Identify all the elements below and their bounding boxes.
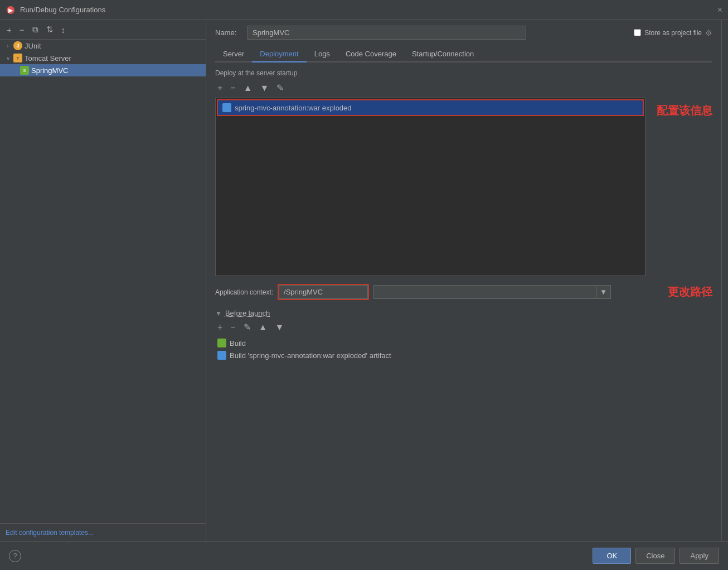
deploy-list-item[interactable]: spring-mvc-annotation:war exploded [217,99,644,116]
close-dialog-button[interactable]: Close [635,548,675,564]
copy-config-button[interactable]: ⧉ [30,23,41,36]
tab-logs[interactable]: Logs [307,46,338,62]
deploy-up-button[interactable]: ▲ [241,81,255,94]
store-project-area: Store as project file ⚙ [634,28,712,37]
bottom-buttons: OK Close Apply [593,548,719,564]
tree-item-tomcat[interactable]: ∨ T Tomcat Server [0,52,206,64]
deploy-annotation: 配置该信息 [657,103,712,118]
junit-arrow: › [4,43,11,49]
move-config-button[interactable]: ⇅ [44,23,56,36]
tab-code-coverage[interactable]: Code Coverage [338,46,404,62]
deploy-remove-button[interactable]: − [228,81,237,94]
tab-startup-connection[interactable]: Startup/Connection [404,46,482,62]
dialog-title: Run/Debug Configurations [20,6,105,14]
deploy-section-label: Deploy at the server startup [215,69,712,77]
before-launch-up-button[interactable]: ▲ [256,321,270,334]
tabs-row: Server Deployment Logs Code Coverage Sta… [215,46,712,62]
edit-templates-link[interactable]: Edit configuration templates... [6,529,94,537]
deploy-list: spring-mvc-annotation:war exploded [215,98,646,276]
before-launch-add-button[interactable]: + [215,321,225,334]
artifact-icon [217,351,226,360]
name-label: Name: [215,28,243,37]
left-footer: Edit configuration templates... [0,523,206,541]
deploy-list-wrapper: spring-mvc-annotation:war exploded 配置该信息 [215,98,712,276]
app-context-label: Application context: [215,288,273,296]
before-launch-remove-button[interactable]: − [228,321,237,334]
build-item-2: Build 'spring-mvc-annotation:war explode… [215,349,712,361]
left-panel: + − ⧉ ⇅ ↕ › J JUnit ∨ T Tomcat Server S … [0,20,206,541]
title-bar: ▶ Run/Debug Configurations × [0,0,728,20]
before-launch-down-button[interactable]: ▼ [273,321,287,334]
bottom-bar: ? OK Close Apply [0,541,728,570]
tomcat-arrow: ∨ [4,55,11,61]
spring-icon: S [20,66,29,75]
before-launch-header[interactable]: ▼ Before launch [215,309,712,317]
app-context-row: Application context: ▼ 更改路径 [215,284,712,300]
deploy-down-button[interactable]: ▼ [258,81,271,94]
add-config-button[interactable]: + [4,24,14,36]
springmvc-label: SpringMVC [31,66,68,75]
tab-server[interactable]: Server [215,46,252,62]
deploy-add-button[interactable]: + [215,81,225,94]
build-icon [217,339,226,347]
svg-text:▶: ▶ [8,7,13,13]
junit-icon: J [13,41,22,50]
build-item-1: Build [215,337,712,349]
main-container: + − ⧉ ⇅ ↕ › J JUnit ∨ T Tomcat Server S … [0,20,728,541]
before-launch-edit-button[interactable]: ✎ [241,321,253,334]
deploy-item-icon [222,103,231,112]
app-context-input-wrapper [278,284,369,300]
app-context-input[interactable] [279,285,368,299]
tree-item-springmvc[interactable]: S SpringMVC [0,64,206,76]
context-dropdown-arrow[interactable]: ▼ [596,285,611,299]
before-launch-toolbar: + − ✎ ▲ ▼ [215,321,712,334]
junit-label: JUnit [25,42,41,50]
tomcat-label: Tomcat Server [25,54,71,62]
build-label: Build [230,339,246,347]
before-launch-arrow: ▼ [215,310,222,317]
artifact-label: Build 'spring-mvc-annotation:war explode… [230,351,391,360]
gear-icon[interactable]: ⚙ [705,28,712,37]
close-icon[interactable]: × [717,5,722,15]
right-scrollbar[interactable] [721,20,728,541]
help-button[interactable]: ? [9,550,21,562]
path-annotation: 更改路径 [668,284,712,300]
tomcat-icon: T [13,54,22,62]
before-launch-label: Before launch [225,309,270,317]
right-panel: Name: Store as project file ⚙ Server Dep… [206,20,721,541]
name-input[interactable] [247,26,526,40]
app-icon: ▶ [6,5,16,15]
store-project-checkbox[interactable] [634,29,641,36]
name-row: Name: Store as project file ⚙ [215,26,712,40]
config-tree: › J JUnit ∨ T Tomcat Server S SpringMVC [0,40,206,523]
ok-button[interactable]: OK [593,548,631,564]
deploy-item-label: spring-mvc-annotation:war exploded [235,104,352,112]
left-toolbar: + − ⧉ ⇅ ↕ [0,20,206,40]
apply-button[interactable]: Apply [680,548,719,564]
sort-config-button[interactable]: ↕ [59,24,68,36]
tab-deployment[interactable]: Deployment [252,46,306,62]
deploy-toolbar: + − ▲ ▼ ✎ [215,81,712,94]
store-project-label: Store as project file [644,29,702,37]
deploy-edit-button[interactable]: ✎ [274,81,286,94]
tree-item-junit[interactable]: › J JUnit [0,40,206,52]
remove-config-button[interactable]: − [17,24,27,36]
context-dropdown-input[interactable] [373,285,596,299]
